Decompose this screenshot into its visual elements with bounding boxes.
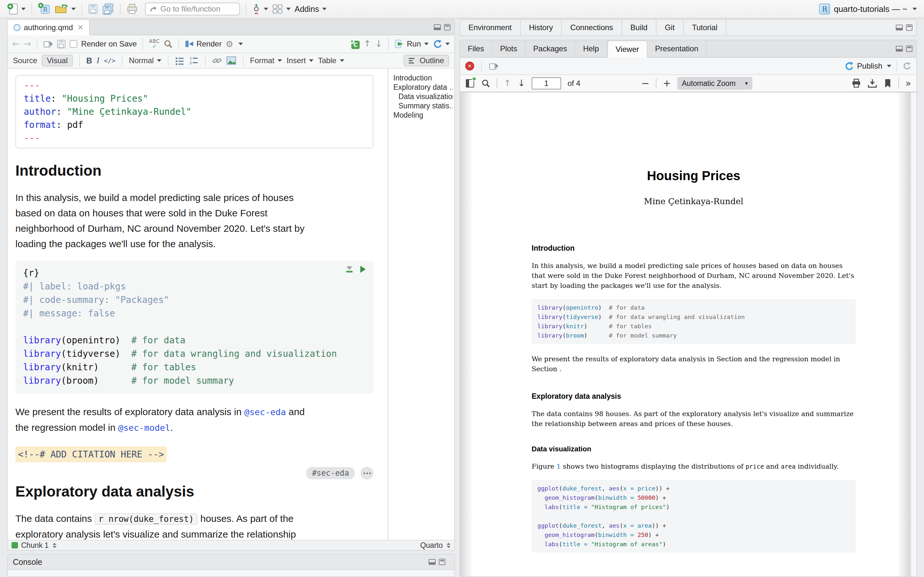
workspace-panes-button[interactable] [272,4,291,14]
pdf-search-icon[interactable] [481,79,490,88]
run-all-chunks-above-icon[interactable] [346,266,352,272]
pdf-print-icon[interactable] [851,79,861,88]
section-id-badge[interactable]: #sec-eda [306,467,355,479]
page-number-input[interactable] [531,77,561,89]
tab-packages[interactable]: Packages [525,40,575,57]
paragraph-style-select[interactable]: Normal [129,56,162,65]
previous-page-icon[interactable]: ↑ [504,79,511,88]
minimize-pane-icon[interactable] [896,46,903,52]
maximize-pane-icon[interactable] [906,45,913,52]
popout-window-icon[interactable] [43,40,53,48]
tab-tutorial[interactable]: Tutorial [684,20,726,35]
render-on-save-checkbox[interactable] [69,40,78,48]
pdf-page-view[interactable]: Housing Prices Mine Çetinkaya-Rundel Int… [460,92,916,576]
console-header[interactable]: Console [8,554,454,570]
chunk-stepper-icon[interactable] [53,543,57,548]
gear-icon[interactable]: ⚙ [226,40,233,48]
tab-viewer[interactable]: Viewer [607,40,648,58]
tab-connections[interactable]: Connections [562,20,622,35]
tab-presentation[interactable]: Presentation [648,40,707,57]
search-icon[interactable] [164,39,173,48]
outline-item-introduction[interactable]: Introduction [393,74,453,83]
rerun-button[interactable] [433,39,450,49]
tab-authoring-qmd[interactable]: authoring.qmd ✕ [8,20,90,35]
image-icon[interactable] [226,56,236,65]
maximize-pane-icon[interactable] [444,24,451,31]
yaml-metadata-block[interactable]: ---title: "Housing Prices"author: "Mine … [15,75,373,148]
zoom-level-select[interactable]: Automatic Zoom ▾ [677,77,752,90]
tab-build[interactable]: Build [622,20,656,35]
minimize-pane-icon[interactable] [429,559,436,565]
pdf-download-icon[interactable] [867,79,877,88]
outline-item-data-visualization[interactable]: Data visualization [393,92,453,102]
outline-item-modeling[interactable]: Modeling [393,111,453,120]
version-control-button[interactable] [252,3,268,15]
numbered-list-icon[interactable]: 1 2 [189,56,199,65]
save-all-button[interactable] [102,3,114,15]
spellcheck-icon[interactable]: ABC ✓ [149,39,160,49]
save-button[interactable] [88,3,98,15]
save-icon[interactable] [57,39,66,49]
maximize-pane-icon[interactable] [439,559,445,565]
open-in-new-window-icon[interactable] [489,62,499,70]
back-icon[interactable]: ← [12,39,19,48]
link-icon[interactable] [212,56,222,65]
maximize-pane-icon[interactable] [906,24,913,31]
refresh-icon[interactable] [902,61,911,71]
document-editor[interactable]: ---title: "Housing Prices"author: "Mine … [8,69,388,540]
publish-icon[interactable] [844,61,854,71]
file-type-stepper-icon[interactable] [447,543,451,548]
zoom-out-icon[interactable]: − [641,79,649,88]
visual-mode-button[interactable]: Visual [42,55,73,66]
goto-file-box[interactable] [145,3,240,15]
format-menu[interactable]: Format [250,56,282,65]
minimize-pane-icon[interactable] [896,25,903,31]
outline-item-eda[interactable]: Exploratory data … [393,83,453,92]
run-button[interactable]: Run [395,39,429,48]
next-page-icon[interactable]: ↓ [517,79,525,88]
tab-environment[interactable]: Environment [460,20,521,35]
zoom-in-icon[interactable]: + [663,79,671,88]
table-menu[interactable]: Table [318,56,344,65]
bullet-list-icon[interactable] [175,56,184,65]
pdf-bookmark-icon[interactable] [884,79,892,88]
tab-help[interactable]: Help [575,40,607,57]
tab-files[interactable]: Files [460,40,493,57]
code-chunk-load-pkgs[interactable]: {r}#| label: load-pkgs#| code-summary: "… [15,261,373,393]
new-file-button[interactable] [7,3,26,15]
more-options-icon[interactable] [360,467,373,480]
addins-menu[interactable]: Addins [294,5,326,14]
bold-button[interactable]: B [86,56,92,65]
stop-viewer-icon[interactable]: ✕ [465,61,474,71]
goto-file-input[interactable] [160,5,231,13]
outline-item-summary-statistics[interactable]: Summary statis… [393,102,453,111]
insert-menu[interactable]: Insert [286,56,313,65]
toolbar-more-icon[interactable]: » [905,79,911,88]
pdf-scrollbar[interactable] [898,92,911,576]
render-button[interactable]: Render [185,39,222,48]
file-type-label[interactable]: Quarto [420,541,443,550]
open-file-button[interactable] [55,3,76,15]
tab-history[interactable]: History [521,20,562,35]
minimize-pane-icon[interactable] [434,24,441,30]
chunk-position-label[interactable]: Chunk 1 [21,541,49,550]
insert-chunk-button[interactable]: C + [349,39,360,49]
caret-down-icon [21,8,26,10]
project-menu[interactable]: R quarto-tutorials — ~ [819,3,917,15]
print-button[interactable] [126,3,138,15]
outline-toggle-button[interactable]: Outline [404,55,449,66]
run-chunk-icon[interactable] [360,266,366,273]
new-project-button[interactable]: R [38,3,51,15]
tab-plots[interactable]: Plots [493,40,525,57]
project-name: quarto-tutorials — ~ [834,4,907,14]
source-mode-button[interactable]: Source [13,56,37,65]
go-previous-chunk-icon[interactable]: ↑ [363,39,371,48]
forward-icon[interactable]: → [23,39,31,48]
toggle-sidebar-icon[interactable] [465,79,475,88]
close-tab-icon[interactable]: ✕ [78,24,83,31]
tab-git[interactable]: Git [656,20,684,35]
publish-label[interactable]: Publish [857,61,882,71]
code-button[interactable]: </> [104,57,115,64]
italic-button[interactable]: I [97,56,99,65]
go-next-chunk-icon[interactable]: ↓ [375,39,383,48]
